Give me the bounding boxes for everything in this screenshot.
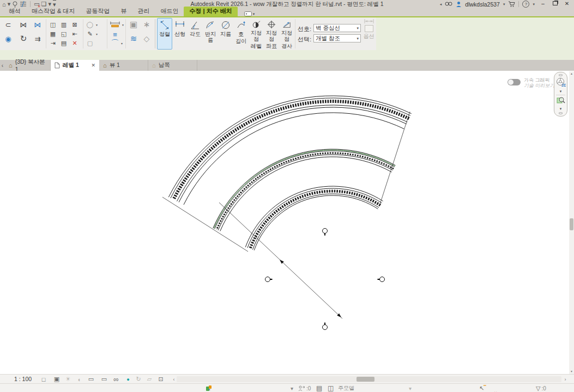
selection-filter-icon[interactable]: ▽ :0 <box>536 384 546 392</box>
dim-radial-button[interactable]: 반지름 <box>203 18 218 50</box>
reveal-hidden-elements-icon[interactable]: ● <box>124 375 132 383</box>
unpin-icon[interactable]: ⊠ <box>71 21 78 28</box>
tab-collaborate[interactable]: 공동작업 <box>80 7 115 16</box>
arc-dimension-dropdown-icon[interactable]: ▾ <box>121 41 123 45</box>
steering-wheel-2d-icon[interactable]: 2D <box>556 77 566 88</box>
pick-dropdown[interactable]: 개별 참조 ▾ <box>313 34 361 42</box>
workset-panel-icon[interactable]: ◫ <box>328 384 334 392</box>
scroll-left-icon[interactable]: ‹ <box>171 375 177 383</box>
scroll-down-icon[interactable]: ▼ <box>569 369 574 374</box>
array-icon[interactable]: ▦ <box>49 30 57 38</box>
demolish-box-icon[interactable]: ▢ <box>86 39 94 47</box>
tab-analyze[interactable]: 해석 <box>3 7 26 16</box>
join-geometry-icon[interactable]: ◉ <box>3 34 13 44</box>
vertical-scrollbar[interactable]: ▲ ▼ <box>569 71 574 374</box>
tab-addins[interactable]: 애드인 <box>155 7 184 16</box>
create-parts-icon[interactable]: ▣ <box>129 20 138 29</box>
navbar-options-icon[interactable] <box>559 112 563 114</box>
geometry-sphere-icon[interactable]: ◯ <box>86 21 94 28</box>
tab-massing-site[interactable]: 매스작업 & 대지 <box>26 7 80 16</box>
zoom-dropdown-icon[interactable]: ▾ <box>560 107 562 111</box>
zoom-region-icon[interactable] <box>557 96 565 106</box>
mirror-draw-icon[interactable]: ⋈ <box>33 20 43 29</box>
offset-icon[interactable]: ⇤ <box>71 30 78 38</box>
tab-manage[interactable]: 관리 <box>132 7 155 16</box>
accelerated-graphics-toggle[interactable]: 가속 그래픽 기술 미리보기 <box>507 77 555 88</box>
minimize-button[interactable]: – <box>537 0 549 8</box>
scale-icon[interactable]: ◱ <box>60 30 68 38</box>
temporary-view-properties-icon[interactable]: ↻ <box>134 375 143 383</box>
create-group-icon[interactable]: ◇ <box>142 34 152 44</box>
select-links-icon[interactable]: ↖∞ <box>478 384 486 392</box>
worksets-dialog-icon[interactable]: ▤ <box>316 384 322 392</box>
toggle-switch-off[interactable] <box>507 79 521 85</box>
close-view-tab-icon[interactable]: ✕ <box>91 63 95 68</box>
dropdown-icon[interactable]: ▾ <box>96 23 98 27</box>
view-scale[interactable]: 1 : 100 <box>14 376 32 382</box>
dim-aligned-button[interactable]: 정렬 <box>157 18 172 50</box>
sun-path-icon[interactable]: ☀ <box>64 375 72 383</box>
spot-elevation-button[interactable]: 지정점 레벨 <box>249 18 264 50</box>
vertical-scroll-thumb[interactable] <box>570 218 573 230</box>
measure-icon[interactable] <box>110 20 120 29</box>
detail-level-icon[interactable]: □ <box>39 375 48 383</box>
collapse-icon[interactable]: ◂ <box>440 2 442 7</box>
measure-dropdown-icon[interactable]: ▾ <box>122 23 124 27</box>
ribbon-display-dropdown-icon[interactable]: ▾ <box>253 12 255 16</box>
tab-view[interactable]: 뷰 <box>115 7 132 16</box>
drawing-area[interactable]: 가속 그래픽 기술 미리보기 2D ▾ ▾ ▲ ▼ <box>0 71 574 374</box>
dim-angular-button[interactable]: 각도 <box>188 18 203 50</box>
split-element-icon[interactable]: ◫ <box>49 21 57 28</box>
rotate-icon[interactable]: ↻ <box>19 34 28 44</box>
delete-icon[interactable]: ✕ <box>71 39 78 47</box>
align-icon[interactable]: ⇉ <box>33 34 43 44</box>
dim-linear-button[interactable]: 선형 <box>172 18 188 50</box>
create-assembly-icon[interactable]: ∗ <box>142 20 152 29</box>
view-tab-level1[interactable]: 레벨 1 ✕ <box>51 60 99 71</box>
workset-dropdown-icon[interactable]: ▾ <box>291 384 293 392</box>
scroll-right-icon[interactable]: › <box>563 375 568 383</box>
view-tab-view1[interactable]: ⌂ 뷰 1 <box>99 60 148 71</box>
scroll-up-icon[interactable]: ▲ <box>569 71 574 76</box>
status-collapse-icon[interactable]: ▾ <box>409 384 412 392</box>
split-with-gap-icon[interactable]: ▥ <box>60 21 68 28</box>
ribbon-display-toggle[interactable]: ▾ <box>242 11 257 16</box>
reveal-constraints-icon[interactable]: ⊡ <box>156 375 165 383</box>
view-tab-south[interactable]: ⌂ 남쪽 <box>148 60 197 71</box>
close-button[interactable]: ✕ <box>561 0 573 8</box>
active-workset[interactable]: 주모델 <box>338 384 354 392</box>
cope-icon[interactable]: ⊂ <box>3 20 13 29</box>
view-tab-scroll-left[interactable]: ‹ <box>0 60 5 71</box>
hide-analytical-model-icon[interactable]: ▱ <box>145 375 154 383</box>
crop-view-icon[interactable]: ▭ <box>87 375 95 383</box>
mirror-pick-icon[interactable]: ⋈ <box>19 20 28 29</box>
navbar-pin-icon[interactable] <box>559 74 563 76</box>
restore-button[interactable] <box>549 0 561 8</box>
shadows-icon[interactable]: ◐ <box>75 375 84 383</box>
dim-diameter-button[interactable]: 지름 <box>218 18 233 50</box>
dropdown-icon[interactable]: ▾ <box>96 32 98 36</box>
dim-arc-length-button[interactable]: 호 길이 <box>233 18 249 50</box>
worksharing-monitor-icon[interactable] <box>206 384 213 392</box>
view-tab-3d-copy[interactable]: ⌂ {3D} 복사본 1 <box>5 60 51 71</box>
tab-modify-place-dimensions[interactable]: 수정 | 치수 배치 <box>184 7 237 16</box>
wall-layers-icon[interactable]: ≋ <box>129 34 138 44</box>
extend-icon[interactable]: ▤ <box>60 39 68 47</box>
search-icon[interactable] <box>445 1 452 7</box>
options-panel-button[interactable]: 옵션 <box>361 18 376 50</box>
show-crop-region-icon[interactable]: ▭ <box>100 375 108 383</box>
user-dropdown-icon[interactable]: ▾ <box>503 2 505 7</box>
wheel-dropdown-icon[interactable]: ▾ <box>560 89 562 94</box>
help-icon[interactable]: ? <box>522 1 529 8</box>
visual-style-icon[interactable]: ▣ <box>52 375 61 383</box>
user-avatar-icon[interactable] <box>456 1 462 8</box>
editing-requests-icon[interactable]: :0 <box>298 384 311 392</box>
prefer-dropdown[interactable]: 벽 중심선 ▾ <box>313 24 361 32</box>
paint-icon[interactable]: ✎ <box>86 30 94 38</box>
trim-icon[interactable]: ⇥ <box>49 39 57 47</box>
horizontal-scrollbar[interactable]: ‹ › <box>171 375 568 383</box>
arc-dimension-icon[interactable]: ⌒ <box>110 38 120 48</box>
tunnel-plan-drawing[interactable] <box>0 71 574 374</box>
temporary-hide-isolate-icon[interactable]: ∞ <box>112 375 120 383</box>
spot-slope-button[interactable]: 지정점 경사 <box>279 18 294 50</box>
